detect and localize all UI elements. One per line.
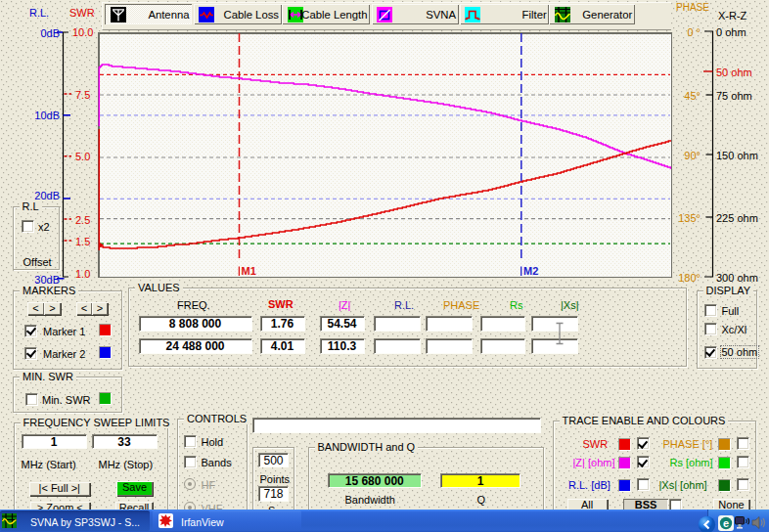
svg-text:e: e xyxy=(723,517,729,529)
